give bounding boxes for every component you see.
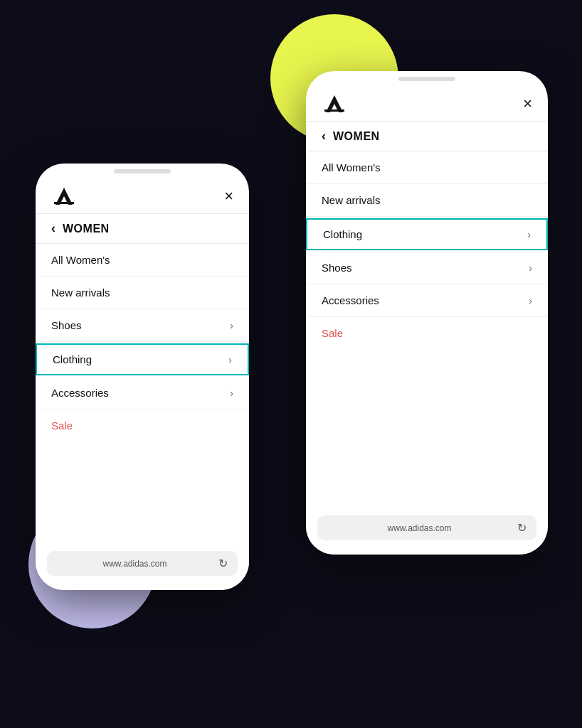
phone-1: × ‹ WOMEN All Women'sNew arrivalsShoes›C… xyxy=(36,164,249,590)
phone-1-menu-list: All Women'sNew arrivalsShoes›Clothing›Ac… xyxy=(36,244,249,544)
phone-2-url-text: www.adidas.com xyxy=(327,523,512,533)
menu-item-all-women-s[interactable]: All Women's xyxy=(306,151,548,184)
menu-item-label: Clothing xyxy=(53,353,92,365)
phone-1-close-button[interactable]: × xyxy=(224,188,233,204)
menu-item-sale[interactable]: Sale xyxy=(36,410,249,441)
chevron-right-icon: › xyxy=(529,295,532,306)
phone-2-url-bar-container: www.adidas.com ↻ xyxy=(306,508,548,555)
chevron-right-icon: › xyxy=(230,320,233,331)
menu-item-label: Accessories xyxy=(51,387,109,399)
phone-2-close-button[interactable]: × xyxy=(523,96,532,112)
menu-item-clothing[interactable]: Clothing› xyxy=(36,343,249,375)
phone-2-section-title: WOMEN xyxy=(333,130,380,143)
phone-1-url-bar: www.adidas.com ↻ xyxy=(47,551,238,576)
phone-2-refresh-button[interactable]: ↻ xyxy=(517,521,527,535)
phone-2: × ‹ WOMEN All Women'sNew arrivalsClothin… xyxy=(306,71,548,555)
menu-item-label: New arrivals xyxy=(322,194,381,206)
menu-item-label: Shoes xyxy=(322,262,352,274)
menu-item-shoes[interactable]: Shoes› xyxy=(36,309,249,342)
adidas-logo-svg-2 xyxy=(322,94,347,114)
phone-2-topbar: × xyxy=(306,81,548,121)
phone-2-inner: × ‹ WOMEN All Women'sNew arrivalsClothin… xyxy=(306,81,548,555)
menu-item-accessories[interactable]: Accessories› xyxy=(36,377,249,410)
phone-2-url-bar: www.adidas.com ↻ xyxy=(317,515,536,540)
menu-item-label: All Women's xyxy=(51,254,110,266)
logo-bar xyxy=(54,202,74,204)
menu-item-label: Accessories xyxy=(322,294,379,306)
chevron-right-icon: › xyxy=(527,229,531,240)
menu-item-label: Clothing xyxy=(323,228,362,240)
menu-item-all-women-s[interactable]: All Women's xyxy=(36,244,249,277)
phone-1-logo xyxy=(51,186,77,206)
menu-item-label: Sale xyxy=(322,327,343,339)
menu-item-label: New arrivals xyxy=(51,287,110,299)
chevron-right-icon: › xyxy=(228,354,232,365)
menu-item-new-arrivals[interactable]: New arrivals xyxy=(306,184,548,217)
menu-item-clothing[interactable]: Clothing› xyxy=(306,218,548,250)
chevron-right-icon: › xyxy=(529,262,532,274)
phone-1-back-button[interactable]: ‹ xyxy=(51,221,55,236)
adidas-logo-svg xyxy=(51,186,77,206)
menu-item-shoes[interactable]: Shoes› xyxy=(306,252,548,284)
phone-1-section-header: ‹ WOMEN xyxy=(36,213,249,244)
phone-1-url-bar-container: www.adidas.com ↻ xyxy=(36,544,249,590)
phone-1-url-text: www.adidas.com xyxy=(57,559,213,569)
menu-item-label: Shoes xyxy=(51,319,82,331)
menu-item-sale[interactable]: Sale xyxy=(306,317,548,349)
phone-2-section-header: ‹ WOMEN xyxy=(306,121,548,151)
phone-1-refresh-button[interactable]: ↻ xyxy=(218,557,228,570)
menu-item-label: All Women's xyxy=(322,161,381,173)
logo-bar-2 xyxy=(324,109,344,112)
phone-2-menu-list: All Women'sNew arrivalsClothing›Shoes›Ac… xyxy=(306,151,548,508)
phone-2-back-button[interactable]: ‹ xyxy=(322,129,326,144)
menu-item-accessories[interactable]: Accessories› xyxy=(306,284,548,317)
menu-item-new-arrivals[interactable]: New arrivals xyxy=(36,277,249,309)
menu-item-label: Sale xyxy=(51,419,73,432)
chevron-right-icon: › xyxy=(230,387,233,399)
phone-2-logo xyxy=(322,94,347,114)
phone-1-section-title: WOMEN xyxy=(63,223,110,235)
phone-1-topbar: × xyxy=(36,173,249,213)
phone-1-inner: × ‹ WOMEN All Women'sNew arrivalsShoes›C… xyxy=(36,173,249,590)
